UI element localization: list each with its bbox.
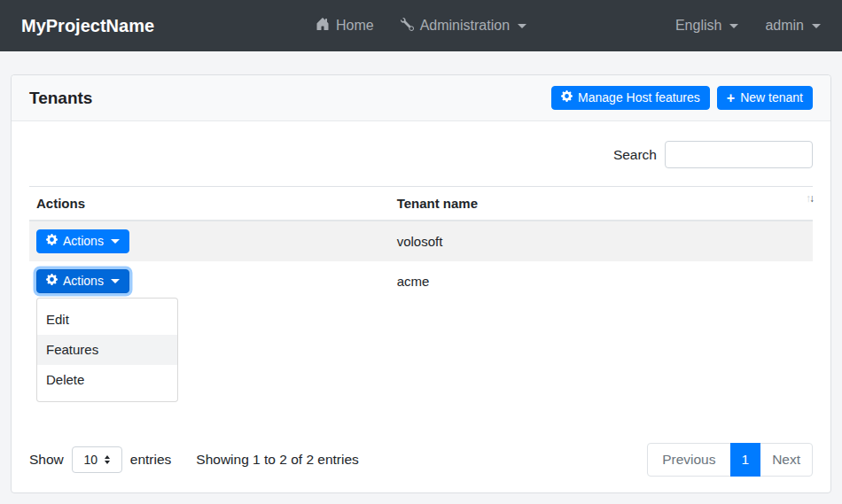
chevron-down-icon (111, 279, 120, 283)
chevron-down-icon (729, 24, 738, 28)
card-body: Search Actions Tenant name ↑↓ (12, 121, 830, 301)
main-nav: Home Administration (316, 17, 526, 35)
tenants-card: Tenants Manage Host features + New tenan… (11, 74, 831, 493)
nav-administration[interactable]: Administration (401, 18, 526, 35)
new-tenant-button[interactable]: + New tenant (717, 86, 813, 110)
actions-button-group: Actions Edit Features Delete (36, 269, 129, 293)
tenants-table: Actions Tenant name ↑↓ (29, 186, 813, 301)
sort-down-icon: ↓ (809, 192, 813, 205)
app-brand[interactable]: MyProjectName (21, 16, 316, 36)
table-footer: Show 10 entries Showing 1 to 2 of 2 entr… (29, 443, 813, 477)
nav-home[interactable]: Home (316, 17, 374, 35)
language-dropdown[interactable]: English (675, 18, 738, 34)
dropdown-item-features[interactable]: Features (37, 335, 177, 365)
row-actions-button-open[interactable]: Actions (36, 269, 129, 293)
page-size-select[interactable]: 10 (72, 446, 122, 473)
column-header-actions: Actions (29, 187, 390, 221)
table-info: Showing 1 to 2 of 2 entries (196, 452, 359, 468)
manage-host-features-label: Manage Host features (578, 90, 700, 105)
page-title: Tenants (29, 89, 92, 108)
pagination-next[interactable]: Next (760, 443, 813, 477)
entries-label: entries (130, 452, 172, 468)
home-icon (316, 17, 330, 35)
gear-icon (46, 274, 58, 289)
row-actions-label: Actions (63, 234, 104, 249)
sort-icons: ↑↓ (806, 193, 813, 204)
chevron-down-icon (812, 24, 821, 28)
actions-button-group: Actions (36, 229, 129, 253)
header-buttons: Manage Host features + New tenant (551, 86, 813, 110)
actions-dropdown-menu: Edit Features Delete (36, 298, 178, 402)
pagination-page-1[interactable]: 1 (730, 443, 761, 477)
card-header: Tenants Manage Host features + New tenan… (12, 75, 830, 121)
chevron-down-icon (518, 24, 526, 28)
nav-home-label: Home (336, 18, 374, 34)
user-dropdown[interactable]: admin (765, 18, 821, 34)
row-actions-button[interactable]: Actions (36, 229, 129, 253)
dropdown-item-edit[interactable]: Edit (37, 305, 177, 335)
table-row: Actions Edit Features Delete acme (29, 261, 813, 301)
top-navbar: MyProjectName Home Administration Englis… (0, 0, 842, 51)
gear-icon (46, 234, 58, 249)
table-row: Actions volosoft (29, 221, 813, 261)
show-label: Show (29, 452, 64, 468)
search-input[interactable] (665, 141, 813, 168)
new-tenant-label: New tenant (740, 90, 803, 105)
pagination: Previous 1 Next (647, 443, 813, 477)
search-row: Search (29, 141, 813, 168)
column-header-tenant-name[interactable]: Tenant name ↑↓ (390, 187, 813, 221)
chevron-down-icon (111, 239, 120, 244)
table-header-row: Actions Tenant name ↑↓ (29, 187, 813, 221)
dropdown-item-delete[interactable]: Delete (37, 365, 177, 395)
column-header-tenant-name-label: Tenant name (397, 196, 478, 211)
gear-icon (561, 90, 573, 105)
pagination-previous[interactable]: Previous (647, 443, 730, 477)
row-actions-label: Actions (63, 274, 104, 289)
wrench-icon (401, 18, 414, 35)
page-size-value: 10 (83, 453, 97, 467)
tenant-name-cell: acme (390, 261, 813, 301)
plus-icon: + (727, 92, 735, 105)
user-label: admin (765, 18, 804, 34)
language-label: English (675, 18, 721, 34)
navbar-right: English admin (526, 18, 821, 34)
stepper-arrows-icon (105, 455, 110, 464)
search-label: Search (613, 147, 657, 163)
manage-host-features-button[interactable]: Manage Host features (551, 86, 710, 110)
tenant-name-cell: volosoft (390, 221, 813, 261)
page-size-group: Show 10 entries (29, 446, 171, 473)
nav-administration-label: Administration (420, 18, 510, 34)
